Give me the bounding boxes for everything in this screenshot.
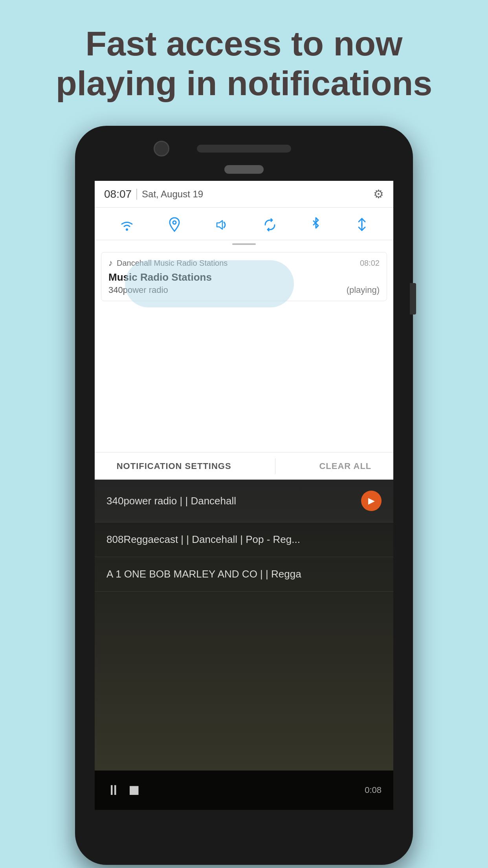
settings-icon[interactable]: ⚙ xyxy=(373,187,384,201)
action-bar-divider xyxy=(275,458,275,474)
status-left: 08:07 Sat, August 19 xyxy=(104,188,203,200)
station-list: 340power radio | | Dancehall ▶ 808Reggae… xyxy=(95,480,393,592)
svg-point-1 xyxy=(173,221,176,224)
drag-handle xyxy=(95,240,393,248)
phone-device: 08:07 Sat, August 19 ⚙ xyxy=(75,126,413,865)
notification-playing-status: (playing) xyxy=(347,285,380,295)
station-item-3[interactable]: A 1 ONE BOB MARLEY AND CO | | Regga xyxy=(95,557,393,592)
phone-side-button xyxy=(410,283,416,314)
notification-panel: 08:07 Sat, August 19 ⚙ xyxy=(95,181,393,480)
player-time: 0:08 xyxy=(365,785,382,795)
status-time: 08:07 xyxy=(104,188,132,200)
app-content-area: 340power radio | | Dancehall ▶ 808Reggae… xyxy=(95,480,393,810)
svg-point-0 xyxy=(126,228,128,231)
station-name-1: 340power radio | | Dancehall xyxy=(106,495,361,507)
station-item-2[interactable]: 808Reggaecast | | Dancehall | Pop - Reg.… xyxy=(95,522,393,557)
music-note-icon: ♪ xyxy=(108,258,113,268)
status-divider xyxy=(136,189,137,200)
notification-settings-button[interactable]: NOTIFICATION SETTINGS xyxy=(117,461,231,471)
notification-time: 08:02 xyxy=(360,259,380,268)
station-item-1[interactable]: 340power radio | | Dancehall ▶ xyxy=(95,480,393,522)
notification-card[interactable]: ♪ Dancehall Music Radio Stations 08:02 M… xyxy=(101,252,387,301)
clear-all-button[interactable]: CLEAR ALL xyxy=(319,461,371,471)
phone-camera xyxy=(154,141,169,156)
stop-button[interactable]: ⏹ xyxy=(127,782,141,798)
wifi-icon[interactable] xyxy=(119,215,134,232)
notification-header: ♪ Dancehall Music Radio Stations 08:02 xyxy=(108,258,380,268)
phone-screen: 08:07 Sat, August 19 ⚙ xyxy=(95,181,393,810)
player-controls: ⏸ ⏹ xyxy=(106,782,141,798)
notification-body: 340power radio (playing) xyxy=(108,285,380,295)
pause-button[interactable]: ⏸ xyxy=(106,782,121,798)
notification-station: 340power radio xyxy=(108,285,168,295)
notification-app-name: Dancehall Music Radio Stations xyxy=(117,259,356,268)
bluetooth-icon[interactable] xyxy=(310,215,321,232)
player-bar: ⏸ ⏹ 0:08 xyxy=(95,771,393,810)
phone-home-button xyxy=(224,165,264,174)
station-name-3: A 1 ONE BOB MARLEY AND CO | | Regga xyxy=(106,568,382,580)
notification-title: Music Radio Stations xyxy=(108,271,380,283)
sync-icon[interactable] xyxy=(263,215,277,232)
status-date: Sat, August 19 xyxy=(142,189,203,200)
play-button-1[interactable]: ▶ xyxy=(361,491,382,511)
location-icon[interactable] xyxy=(168,215,181,232)
data-transfer-icon[interactable] xyxy=(355,215,369,232)
phone-speaker xyxy=(197,145,291,153)
quick-settings-row xyxy=(95,208,393,240)
header-title: Fast access to now playing in notificati… xyxy=(0,24,488,103)
station-name-2: 808Reggaecast | | Dancehall | Pop - Reg.… xyxy=(106,533,382,546)
status-bar: 08:07 Sat, August 19 ⚙ xyxy=(95,181,393,208)
notification-action-bar: NOTIFICATION SETTINGS CLEAR ALL xyxy=(95,452,393,480)
volume-icon[interactable] xyxy=(215,215,229,232)
